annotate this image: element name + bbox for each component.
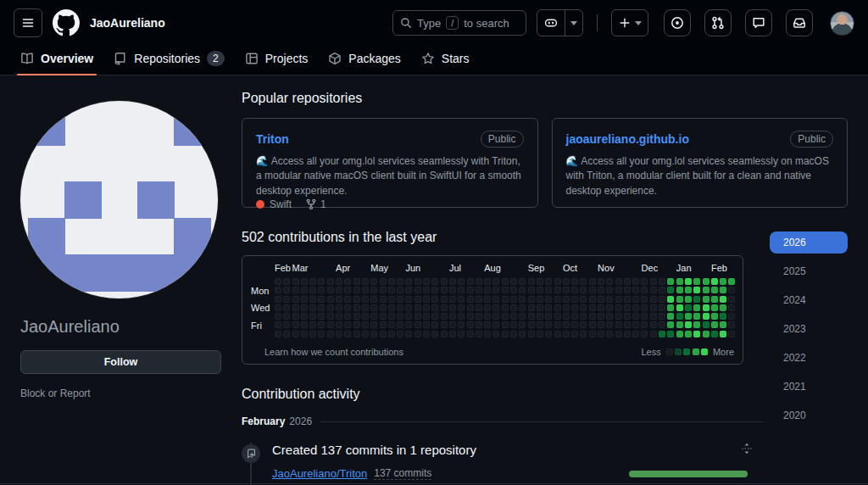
contribution-cell[interactable] xyxy=(606,313,613,320)
year-button-2026[interactable]: 2026 xyxy=(770,231,848,254)
contribution-cell[interactable] xyxy=(589,304,596,311)
contribution-cell[interactable] xyxy=(537,296,543,303)
contribution-cell[interactable] xyxy=(554,331,561,337)
contribution-cell[interactable] xyxy=(476,321,482,328)
contribution-cell[interactable] xyxy=(641,313,648,320)
contribution-cell[interactable] xyxy=(336,331,342,337)
contribution-cell[interactable] xyxy=(502,321,509,328)
contribution-cell[interactable] xyxy=(476,287,482,293)
contribution-cell[interactable] xyxy=(318,313,325,320)
contribution-cell[interactable] xyxy=(353,278,360,285)
create-new-button[interactable] xyxy=(611,9,648,36)
contribution-cell[interactable] xyxy=(632,296,639,303)
copilot-menu-button[interactable] xyxy=(565,10,582,36)
contribution-cell[interactable] xyxy=(336,313,342,320)
contribution-cell[interactable] xyxy=(563,331,570,337)
contribution-cell[interactable] xyxy=(545,304,552,311)
contribution-cell[interactable] xyxy=(720,304,726,311)
contribution-cell[interactable] xyxy=(624,304,631,311)
contribution-cell[interactable] xyxy=(423,287,430,293)
contribution-cell[interactable] xyxy=(676,331,683,337)
contribution-cell[interactable] xyxy=(693,304,700,311)
contribution-cell[interactable] xyxy=(650,296,657,303)
contribution-cell[interactable] xyxy=(388,331,395,337)
contribution-cell[interactable] xyxy=(728,331,735,337)
contribution-cell[interactable] xyxy=(458,304,465,311)
contribution-cell[interactable] xyxy=(606,296,613,303)
contribution-cell[interactable] xyxy=(659,278,665,285)
contribution-cell[interactable] xyxy=(545,278,552,285)
discussions-button[interactable] xyxy=(745,9,772,36)
contribution-cell[interactable] xyxy=(327,304,334,311)
contribution-cell[interactable] xyxy=(336,321,342,328)
contribution-cell[interactable] xyxy=(449,331,456,337)
contribution-cell[interactable] xyxy=(720,313,726,320)
contribution-cell[interactable] xyxy=(571,331,578,337)
contribution-cell[interactable] xyxy=(650,331,657,337)
contribution-cell[interactable] xyxy=(632,278,639,285)
contribution-cell[interactable] xyxy=(405,278,412,285)
contribution-cell[interactable] xyxy=(519,331,526,337)
contribution-cell[interactable] xyxy=(362,296,369,303)
contribution-cell[interactable] xyxy=(554,287,561,293)
contribution-cell[interactable] xyxy=(275,331,281,337)
contribution-cell[interactable] xyxy=(309,296,316,303)
contribution-cell[interactable] xyxy=(510,321,517,328)
contribution-cell[interactable] xyxy=(720,278,726,285)
contribution-cell[interactable] xyxy=(431,321,438,328)
contribution-cell[interactable] xyxy=(693,321,700,328)
contribution-cell[interactable] xyxy=(380,278,387,285)
contribution-cell[interactable] xyxy=(292,278,299,285)
contribution-cell[interactable] xyxy=(720,321,726,328)
contribution-cell[interactable] xyxy=(563,287,570,293)
contribution-cell[interactable] xyxy=(659,331,665,337)
contribution-cell[interactable] xyxy=(554,304,561,311)
contribution-cell[interactable] xyxy=(388,296,395,303)
contribution-cell[interactable] xyxy=(380,304,387,311)
contribution-cell[interactable] xyxy=(467,296,474,303)
contribution-cell[interactable] xyxy=(563,321,570,328)
contribution-cell[interactable] xyxy=(545,331,552,337)
contribution-cell[interactable] xyxy=(292,331,299,337)
contribution-cell[interactable] xyxy=(388,321,395,328)
contribution-cell[interactable] xyxy=(624,331,631,337)
contribution-cell[interactable] xyxy=(598,321,604,328)
contribution-cell[interactable] xyxy=(641,321,648,328)
contribution-cell[interactable] xyxy=(353,287,360,293)
header-username[interactable]: JaoAureliano xyxy=(90,16,165,30)
contribution-cell[interactable] xyxy=(431,331,438,337)
contribution-cell[interactable] xyxy=(519,296,526,303)
repo-link[interactable]: Triton xyxy=(256,132,289,146)
contribution-cell[interactable] xyxy=(362,321,369,328)
contribution-cell[interactable] xyxy=(703,331,709,337)
contribution-cell[interactable] xyxy=(703,313,709,320)
contribution-cell[interactable] xyxy=(580,304,587,311)
contribution-cell[interactable] xyxy=(397,331,403,337)
contribution-cell[interactable] xyxy=(528,287,535,293)
contribution-cell[interactable] xyxy=(431,278,438,285)
contribution-cell[interactable] xyxy=(492,278,499,285)
contribution-cell[interactable] xyxy=(380,296,387,303)
contribution-cell[interactable] xyxy=(563,304,570,311)
contribution-cell[interactable] xyxy=(476,313,482,320)
year-button-2020[interactable]: 2020 xyxy=(770,404,848,426)
contribution-cell[interactable] xyxy=(685,304,692,311)
contribution-cell[interactable] xyxy=(650,278,657,285)
contribution-cell[interactable] xyxy=(344,321,351,328)
contribution-cell[interactable] xyxy=(589,278,596,285)
contribution-cell[interactable] xyxy=(650,321,657,328)
contribution-cell[interactable] xyxy=(667,313,674,320)
contribution-cell[interactable] xyxy=(492,313,499,320)
contribution-cell[interactable] xyxy=(615,331,622,337)
contribution-cell[interactable] xyxy=(728,278,735,285)
contribution-cell[interactable] xyxy=(502,296,509,303)
contribution-cell[interactable] xyxy=(711,278,718,285)
notifications-button[interactable] xyxy=(786,9,813,36)
contribution-cell[interactable] xyxy=(711,304,718,311)
contribution-cell[interactable] xyxy=(388,313,395,320)
contribution-cell[interactable] xyxy=(519,287,526,293)
contribution-cell[interactable] xyxy=(431,287,438,293)
contribution-cell[interactable] xyxy=(624,313,631,320)
contribution-cell[interactable] xyxy=(327,313,334,320)
contribution-cell[interactable] xyxy=(309,321,316,328)
